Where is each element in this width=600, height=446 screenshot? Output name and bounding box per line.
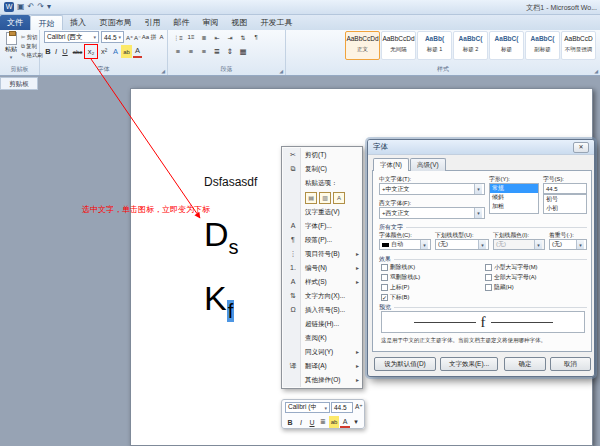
cut-button[interactable]: ✂ 剪切 bbox=[21, 33, 38, 41]
align-right-button[interactable]: ≡ bbox=[198, 45, 210, 58]
tab-page-layout[interactable]: 页面布局 bbox=[93, 15, 138, 30]
menu-item-translate[interactable]: 译 翻译(A) ▸ bbox=[283, 359, 361, 373]
font-style-list[interactable]: 常规 倾斜 加粗 bbox=[489, 183, 539, 214]
checkbox-hidden[interactable]: 隐藏(H) bbox=[485, 283, 514, 292]
font-name-combo[interactable]: Calibri (西文 ▾ bbox=[44, 31, 99, 43]
word-app-icon[interactable]: W bbox=[4, 2, 14, 12]
western-font-combo[interactable]: +西文正文 ▾ bbox=[379, 207, 485, 219]
style-item-subtitle[interactable]: AaBbC( 副标题 bbox=[525, 31, 560, 60]
checkbox-all-caps[interactable]: 全部大写字母(A) bbox=[485, 273, 537, 282]
save-button[interactable]: ▣ bbox=[17, 2, 25, 12]
menu-item-copy[interactable]: ⧉ 复制(C) bbox=[283, 162, 361, 176]
phonetic-guide-button[interactable]: 拼 bbox=[150, 31, 157, 43]
tab-file[interactable]: 文件 bbox=[0, 15, 30, 30]
menu-item-cut[interactable]: ✂ 剪切(T) bbox=[283, 148, 361, 162]
font-dialog-launcher[interactable]: ◢ bbox=[161, 68, 165, 74]
align-center-button[interactable]: ≡ bbox=[185, 45, 197, 58]
font-size-edit[interactable]: 44.5 bbox=[543, 183, 587, 194]
font-size-combo[interactable]: 44.5 ▾ bbox=[101, 31, 124, 43]
numbering-button[interactable]: 1≡ bbox=[185, 31, 197, 43]
borders-button[interactable]: ▦ bbox=[237, 45, 249, 58]
mini-underline-button[interactable]: U bbox=[307, 416, 317, 428]
font-color-combo[interactable]: 自动 ▾ bbox=[379, 239, 431, 250]
style-item-title[interactable]: AaBbC( 标题 bbox=[489, 31, 524, 60]
tab-review[interactable]: 审阅 bbox=[196, 15, 225, 30]
menu-item-paragraph[interactable]: ¶ 段落(P)... bbox=[283, 233, 361, 247]
tab-insert[interactable]: 插入 bbox=[63, 15, 93, 30]
list-option-italic[interactable]: 倾斜 bbox=[490, 193, 538, 202]
tab-advanced-settings[interactable]: 高级(V) bbox=[410, 158, 446, 171]
bold-button[interactable]: B bbox=[44, 45, 52, 58]
subscript-button[interactable]: x₂ bbox=[85, 45, 97, 58]
underline-button[interactable]: U bbox=[60, 45, 70, 58]
increase-indent-button[interactable]: ⇥ bbox=[224, 31, 236, 43]
emphasis-combo[interactable]: (无) ▾ bbox=[549, 239, 587, 250]
paste-text-only-button[interactable]: A bbox=[333, 192, 345, 204]
list-option-size1[interactable]: 初号 bbox=[544, 195, 586, 204]
list-option-regular[interactable]: 常规 bbox=[490, 184, 538, 193]
style-item-heading2[interactable]: AaBbC( 标题 2 bbox=[453, 31, 488, 60]
close-button[interactable]: ✕ bbox=[573, 142, 589, 153]
menu-item-text-direction[interactable]: ⇅ 文字方向(X)... bbox=[283, 289, 361, 303]
paragraph-dialog-launcher[interactable]: ◢ bbox=[279, 68, 283, 74]
strikethrough-button[interactable]: abc bbox=[71, 45, 84, 58]
tab-references[interactable]: 引用 bbox=[138, 15, 167, 30]
mini-font-color-button[interactable]: A bbox=[340, 416, 350, 428]
set-default-button[interactable]: 设为默认值(D) bbox=[374, 357, 436, 371]
superscript-button[interactable]: x² bbox=[98, 45, 110, 58]
menu-item-look-up[interactable]: 查阅(K) bbox=[283, 331, 361, 345]
checkbox-strikethrough[interactable]: 删除线(K) bbox=[381, 263, 415, 272]
font-color-button[interactable]: A bbox=[133, 45, 142, 58]
copy-button[interactable]: ⧉ 复制 bbox=[21, 42, 37, 50]
italic-button[interactable]: I bbox=[53, 45, 59, 58]
mini-dropdown-icon[interactable]: ▾ bbox=[351, 416, 361, 428]
tab-mailings[interactable]: 邮件 bbox=[167, 15, 196, 30]
style-item-normal[interactable]: AaBbCcDd 正文 bbox=[345, 31, 380, 60]
menu-item-synonyms[interactable]: 同义词(Y) ▸ bbox=[283, 345, 361, 359]
multilevel-list-button[interactable]: ≣ bbox=[198, 31, 210, 43]
checkbox-small-caps[interactable]: 小型大写字母(M) bbox=[485, 263, 537, 272]
text-effects-button[interactable]: 文字效果(E)... bbox=[440, 357, 498, 371]
align-left-button[interactable]: ≡ bbox=[172, 45, 184, 58]
mini-highlight-button[interactable]: ab bbox=[329, 416, 339, 428]
style-item-heading1[interactable]: AaBb( 标题 1 bbox=[417, 31, 452, 60]
paste-keep-source-button[interactable]: ▤ bbox=[305, 192, 317, 204]
checkbox-double-strikethrough[interactable]: 双删除线(L) bbox=[381, 273, 420, 282]
paste-merge-format-button[interactable]: ▥ bbox=[319, 192, 331, 204]
list-option-bold[interactable]: 加粗 bbox=[490, 202, 538, 211]
tab-home[interactable]: 开始 bbox=[30, 15, 63, 30]
line-spacing-button[interactable]: ⇕ bbox=[224, 45, 236, 58]
underline-style-combo[interactable]: (无) ▾ bbox=[435, 239, 489, 250]
menu-item-font[interactable]: A 字体(F)... bbox=[283, 219, 361, 233]
menu-item-styles[interactable]: A 样式(S) ▸ bbox=[283, 275, 361, 289]
tab-developer[interactable]: 开发工具 bbox=[254, 15, 299, 30]
menu-item-hyperlink[interactable]: 超链接(H)... bbox=[283, 317, 361, 331]
checkbox-superscript[interactable]: 上标(P) bbox=[381, 283, 409, 292]
show-marks-button[interactable]: ¶ bbox=[250, 31, 262, 43]
undo-button[interactable]: ↶ bbox=[28, 2, 35, 12]
mini-bold-button[interactable]: B bbox=[285, 416, 295, 428]
mini-align-button[interactable]: ≣ bbox=[318, 416, 328, 428]
redo-button[interactable]: ↷ bbox=[37, 2, 44, 12]
paste-button[interactable]: 粘贴 ▾ bbox=[1, 32, 21, 60]
character-border-button[interactable]: A bbox=[158, 31, 165, 43]
clipboard-pane-tab[interactable]: 剪贴板 bbox=[0, 77, 38, 90]
tab-view[interactable]: 视图 bbox=[225, 15, 254, 30]
menu-item-additional-actions[interactable]: 其他操作(O) ▸ bbox=[283, 373, 361, 387]
menu-item-bullets[interactable]: ⋮ 项目符号(B) ▸ bbox=[283, 247, 361, 261]
change-case-button[interactable]: Aa bbox=[142, 31, 149, 43]
styles-dialog-launcher[interactable]: ◢ bbox=[594, 68, 598, 74]
tab-font-settings[interactable]: 字体(N) bbox=[373, 158, 409, 171]
mini-font-size-combo[interactable]: 44.5 bbox=[331, 402, 353, 413]
style-item-no-spacing[interactable]: AaBbCcDd 无间隔 bbox=[381, 31, 416, 60]
grow-font-button[interactable]: A⁺ bbox=[126, 31, 133, 43]
text-highlight-button[interactable]: ab bbox=[121, 45, 132, 58]
justify-button[interactable]: ≣ bbox=[211, 45, 223, 58]
menu-item-hanzi-reselect[interactable]: 汉字重选(V) bbox=[283, 205, 361, 219]
mini-grow-font-button[interactable]: A⁺ bbox=[355, 403, 363, 411]
sort-button[interactable]: ⇅ bbox=[237, 31, 249, 43]
font-size-list[interactable]: 初号 小初 bbox=[543, 194, 587, 214]
mini-italic-button[interactable]: I bbox=[296, 416, 306, 428]
menu-item-numbering[interactable]: 1. 编号(N) ▸ bbox=[283, 261, 361, 275]
font-dialog-titlebar[interactable]: 字体 ✕ bbox=[368, 140, 594, 155]
